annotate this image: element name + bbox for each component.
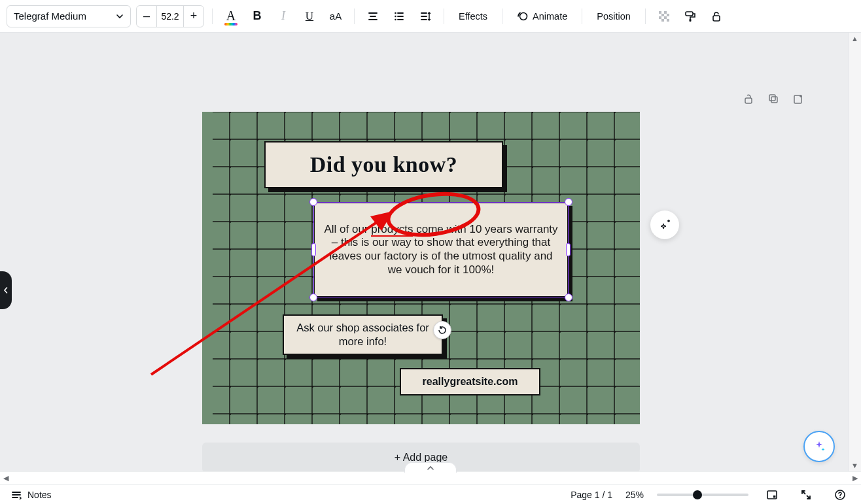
svg-rect-9 <box>664 16 667 19</box>
site-card[interactable]: reallygreatsite.com <box>400 368 540 395</box>
svg-rect-12 <box>686 12 693 16</box>
spacing-icon <box>419 10 431 22</box>
scroll-left-arrow[interactable]: ◀ <box>0 472 12 484</box>
lock-open-icon <box>743 93 754 105</box>
svg-point-3 <box>520 12 527 20</box>
scroll-up-arrow[interactable]: ▲ <box>849 33 861 44</box>
divider <box>502 8 502 24</box>
font-name: Telegraf Medium <box>14 10 86 22</box>
svg-point-0 <box>395 12 396 14</box>
bold-button[interactable]: B <box>247 6 268 27</box>
divider <box>444 8 444 24</box>
chevron-up-icon <box>427 464 434 472</box>
divider <box>582 8 582 24</box>
svg-rect-11 <box>667 19 669 22</box>
animate-icon <box>517 10 529 22</box>
site-text: reallygreatsite.com <box>423 376 518 388</box>
notes-button[interactable]: Notes <box>10 489 52 501</box>
svg-rect-6 <box>661 14 664 16</box>
spacing-button[interactable] <box>415 6 436 27</box>
page-toolbar <box>741 92 805 106</box>
uppercase-button[interactable]: aA <box>325 6 346 27</box>
animate-button[interactable]: Animate <box>510 6 574 27</box>
canva-assistant-button[interactable] <box>803 431 835 462</box>
align-icon <box>367 10 379 22</box>
scroll-down-arrow[interactable]: ▼ <box>849 460 861 471</box>
svg-point-1 <box>395 15 396 17</box>
text-color-button[interactable]: A <box>220 6 241 27</box>
title-card[interactable]: Did you know? <box>264 141 503 188</box>
svg-rect-10 <box>661 19 664 22</box>
svg-rect-8 <box>659 16 661 19</box>
ai-assist-button[interactable] <box>650 210 679 239</box>
help-icon <box>834 489 846 501</box>
bottom-bar: Notes Page 1 / 1 25% <box>0 484 861 504</box>
page-indicator[interactable]: Page 1 / 1 <box>571 490 612 500</box>
text-toolbar: Telegraf Medium – + A B I U aA Effects A… <box>0 0 861 33</box>
help-button[interactable] <box>830 484 851 505</box>
add-page-icon <box>792 93 804 105</box>
fullscreen-icon <box>801 490 811 500</box>
font-picker[interactable]: Telegraf Medium <box>7 5 131 27</box>
grid-view-icon <box>766 489 778 501</box>
divider <box>354 8 355 24</box>
zoom-value[interactable]: 25% <box>625 490 644 500</box>
scroll-right-arrow[interactable]: ▶ <box>849 472 861 484</box>
page-duplicate-button[interactable] <box>766 92 781 106</box>
fullscreen-button[interactable] <box>796 484 817 505</box>
grid-view-button[interactable] <box>762 484 782 505</box>
vertical-scrollbar[interactable]: ▲ ▼ <box>848 33 861 471</box>
svg-rect-24 <box>773 496 776 498</box>
expand-side-panel[interactable] <box>0 271 12 309</box>
chevron-left-icon <box>3 287 9 294</box>
font-size-stepper: – + <box>136 5 204 27</box>
body-pre: All of our <box>324 223 371 235</box>
notes-icon <box>10 489 22 501</box>
font-size-increase[interactable]: + <box>184 6 203 27</box>
transparency-button[interactable] <box>654 6 675 27</box>
svg-rect-16 <box>769 95 775 101</box>
svg-rect-13 <box>689 19 691 22</box>
svg-rect-17 <box>771 97 777 103</box>
lock-open-icon <box>711 10 722 22</box>
lock-button[interactable] <box>706 6 727 27</box>
svg-rect-7 <box>667 14 669 16</box>
text-color-glyph: A <box>226 8 236 24</box>
chevron-down-icon <box>116 12 124 20</box>
sparkle-star-icon <box>811 439 827 454</box>
font-size-input[interactable] <box>156 6 184 27</box>
ask-text: Ask our shop associates for more info! <box>292 321 434 348</box>
align-button[interactable] <box>362 6 383 27</box>
position-button[interactable]: Position <box>590 6 637 27</box>
paint-roller-icon <box>684 10 697 23</box>
divider <box>645 8 646 24</box>
divider <box>212 8 213 24</box>
page-lock-button[interactable] <box>741 92 756 106</box>
design-page[interactable]: Did you know? All of our prodycts come w… <box>202 112 640 424</box>
font-size-decrease[interactable]: – <box>137 6 156 27</box>
notes-label: Notes <box>27 490 52 500</box>
svg-rect-14 <box>713 16 720 21</box>
svg-rect-4 <box>659 11 661 14</box>
sparkle-icon <box>658 218 672 232</box>
svg-point-2 <box>395 18 396 20</box>
horizontal-scrollbar[interactable]: ◀ ▶ <box>0 471 861 484</box>
copy-style-button[interactable] <box>680 6 701 27</box>
rotate-handle[interactable] <box>433 321 451 339</box>
canvas-area[interactable]: Did you know? All of our prodycts come w… <box>0 33 848 471</box>
zoom-slider[interactable] <box>657 494 748 496</box>
zoom-thumb[interactable] <box>693 490 702 499</box>
title-text: Did you know? <box>310 152 458 177</box>
duplicate-icon <box>767 93 779 105</box>
bullet-list-icon <box>393 10 405 22</box>
bullet-list-button[interactable] <box>389 6 410 27</box>
svg-point-26 <box>839 497 841 498</box>
page-add-button[interactable] <box>791 92 805 106</box>
rotate-icon <box>437 325 448 335</box>
effects-button[interactable]: Effects <box>452 6 494 27</box>
svg-rect-5 <box>664 11 667 14</box>
italic-button[interactable]: I <box>273 6 294 27</box>
underline-button[interactable]: U <box>299 6 320 27</box>
ask-card[interactable]: Ask our shop associates for more info! <box>283 314 443 355</box>
page-thumbnails-toggle[interactable] <box>404 462 457 473</box>
